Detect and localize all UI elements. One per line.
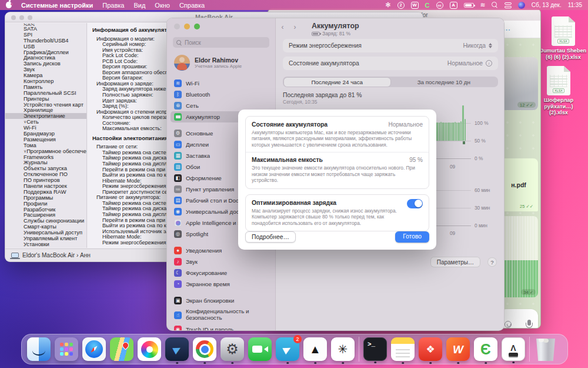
siri-icon[interactable] — [518, 2, 525, 9]
menu-view[interactable]: Вид — [133, 2, 145, 9]
sysinfo-sidebar-item[interactable]: Отключенное ПО — [5, 171, 86, 177]
sysinfo-sidebar-item[interactable]: Хранилище — [5, 107, 86, 113]
sysinfo-sidebar-item[interactable]: Тома — [5, 142, 86, 148]
dialog-capacity-value: 95 % — [409, 157, 423, 163]
desktop-icon-xlsx-1[interactable]: XLSX Jumurtau Sheben(6) (6) (2).xlsx — [539, 16, 588, 60]
dock-trash-full[interactable] — [534, 337, 557, 361]
sysinfo-sidebar-item[interactable]: Размещения — [5, 137, 86, 142]
sysinfo-sidebar-item[interactable]: Электропитание — [5, 113, 86, 119]
dock-chatgpt[interactable]: ✳ — [331, 337, 355, 361]
dock-chrome[interactable] — [193, 337, 216, 361]
dock-system-settings[interactable]: ⚙ — [220, 337, 244, 361]
dock-red-diamond-app[interactable]: ❖ — [419, 337, 442, 361]
sysinfo-sidebar-item[interactable]: SPI — [5, 32, 86, 38]
sysinfo-sidebar-item[interactable]: Память — [5, 84, 86, 90]
menu-clock-time[interactable]: 11:35 — [568, 2, 582, 8]
dock-facetime[interactable] — [248, 337, 272, 361]
sysinfo-sidebar-item[interactable]: ПО принтеров — [5, 177, 86, 183]
sysinfo-sidebar-item[interactable]: Поддержка RAW — [5, 189, 86, 195]
sysinfo-sidebar-item[interactable]: Смарт-карты — [5, 224, 86, 230]
menu-clock-date[interactable]: Сб, 13 дек. — [532, 2, 562, 8]
telegram-photo-message[interactable]: 12 ✓✓ — [499, 57, 538, 110]
wifi-status-icon[interactable]: ≋ — [480, 1, 485, 9]
dock-separator[interactable] — [359, 337, 359, 362]
optimized-charging-toggle[interactable] — [407, 199, 423, 208]
traffic-lights[interactable] — [11, 15, 32, 20]
telegram-input-bar[interactable] — [499, 309, 538, 329]
menu-edit[interactable]: Правка — [102, 2, 124, 9]
sysinfo-sidebar-item[interactable]: Frameworks — [5, 154, 86, 160]
dialog-capacity-desc: Это текущее значение емкости аккумулятор… — [252, 165, 423, 183]
sysinfo-sidebar-item[interactable]: Камера — [5, 72, 86, 78]
status-wps-icon[interactable]: W — [411, 2, 419, 9]
sysinfo-sidebar-item[interactable]: Управляемый клиент — [5, 236, 86, 241]
sysinfo-sidebar-item[interactable]: Панели настроек — [5, 183, 86, 189]
battery-status-icon[interactable] — [464, 3, 474, 8]
dock-notes[interactable] — [391, 337, 415, 361]
sysinfo-sidebar-item[interactable]: Контроллер — [5, 78, 86, 84]
dock-terminal[interactable]: >_ — [363, 337, 387, 361]
sysinfo-sidebar-item[interactable]: Диагностика — [5, 55, 86, 61]
dock-telegram[interactable]: ▶ 2 — [276, 337, 299, 361]
menu-window[interactable]: Окно — [155, 2, 170, 9]
sysinfo-sidebar-item[interactable]: Универсальный доступ — [5, 230, 86, 236]
running-indicator — [231, 362, 233, 364]
sysinfo-sidebar-item[interactable]: Объекты запуска — [5, 165, 86, 171]
dock-safari[interactable] — [82, 337, 106, 361]
close-button[interactable] — [11, 15, 16, 20]
dock-green-c-app[interactable]: Є — [474, 337, 497, 361]
menu-app-name[interactable]: Системные настройки — [21, 2, 93, 9]
sysinfo-sidebar[interactable]: SASSATASPIThunderbolt/USB4USBГрафика/Дис… — [5, 23, 87, 248]
running-indicator — [429, 362, 432, 364]
dock-photos[interactable] — [138, 337, 161, 361]
dock-launchpad[interactable] — [55, 337, 78, 361]
sysinfo-sidebar-item[interactable]: Расширения — [5, 213, 86, 218]
apple-menu-icon[interactable] — [6, 2, 12, 8]
running-indicator — [374, 362, 376, 364]
sysinfo-sidebar-item[interactable]: USB — [5, 44, 86, 49]
menu-help[interactable]: Справка — [179, 2, 205, 9]
sysinfo-sidebar-item[interactable]: Wi-Fi — [5, 125, 86, 131]
microphone-icon[interactable] — [525, 320, 533, 329]
sysinfo-sidebar-item[interactable]: Программы — [5, 195, 86, 201]
zoom-button[interactable] — [28, 15, 32, 20]
status-badge-2-icon[interactable]: 2 — [397, 2, 405, 9]
sysinfo-sidebar-item[interactable]: Графика/Дисплеи — [5, 49, 86, 55]
sysinfo-sidebar-item[interactable]: Параллельный SCSI — [5, 90, 86, 96]
sysinfo-sidebar-item[interactable]: Разработчик — [5, 207, 86, 213]
done-button[interactable]: Готово — [395, 231, 429, 243]
emoji-icon[interactable] — [505, 321, 512, 328]
sysinfo-sidebar-item[interactable]: Thunderbolt/USB4 — [5, 38, 86, 44]
sysinfo-sidebar-item[interactable]: Профили — [5, 201, 86, 207]
input-source-icon[interactable]: A — [450, 2, 457, 9]
more-info-button[interactable]: Подробнее… — [245, 231, 296, 243]
dock-maps[interactable] — [110, 337, 133, 361]
dock-finder[interactable] — [27, 337, 51, 361]
sysinfo-sidebar-item[interactable]: SATA — [5, 26, 86, 32]
status-flower-icon[interactable]: ✻ — [385, 1, 390, 9]
minimize-button[interactable] — [19, 15, 24, 20]
sysinfo-sidebar-item[interactable]: Журналы — [5, 160, 86, 165]
sysinfo-sidebar-item[interactable]: Установки — [5, 241, 86, 247]
sysinfo-sidebar-item[interactable]: Службы синхронизации — [5, 218, 86, 224]
sysinfo-sidebar-item[interactable]: ∨Программное обеспечение — [5, 148, 86, 154]
sysinfo-sidebar-item[interactable]: Запись дисков — [5, 61, 86, 67]
sysinfo-sidebar-item[interactable]: Звук — [5, 67, 86, 72]
status-creative-cloud-icon[interactable]: cc — [436, 2, 443, 9]
status-green-c-icon[interactable]: C — [425, 2, 430, 9]
telegram-pdf-message[interactable]: н.pdf 25 ✓✓ — [499, 158, 538, 211]
dock-wps-office[interactable]: W — [446, 337, 470, 361]
dock-separator[interactable] — [529, 337, 530, 362]
sysinfo-sidebar-item[interactable]: Принтеры — [5, 96, 86, 102]
desktop-icon-xlsx-2[interactable]: XLSX Шоферларруйхати…) (2).xlsx — [534, 66, 583, 116]
dock-circuit-app[interactable]: Λ — [502, 337, 525, 361]
control-center-icon[interactable] — [505, 2, 512, 8]
sysinfo-sidebar-item[interactable]: ∨Сеть — [5, 119, 86, 125]
sysinfo-sidebar-item[interactable]: Устройство чтения карт — [5, 102, 86, 108]
spotlight-search-icon[interactable] — [492, 2, 498, 8]
dock-inkscape[interactable]: ▲ — [303, 337, 327, 361]
sysinfo-sidebar-item[interactable]: Брандмауэр — [5, 131, 86, 137]
telegram-image-message[interactable]: 34 ✓ — [499, 216, 538, 297]
dock: ▶ ⚙ ▶ 2 ▲ — [21, 334, 568, 364]
dock-telegram-dark[interactable]: ▶ — [165, 337, 189, 361]
